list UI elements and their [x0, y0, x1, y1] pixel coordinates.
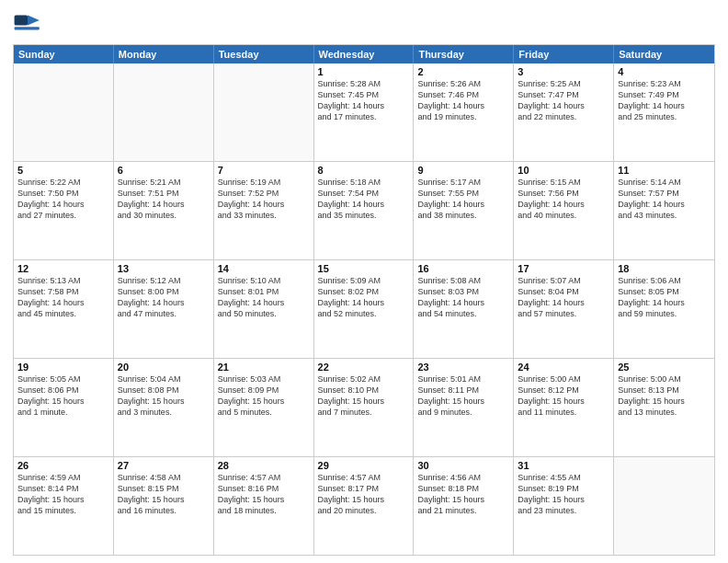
calendar: SundayMondayTuesdayWednesdayThursdayFrid…	[13, 44, 715, 556]
svg-marker-1	[28, 15, 40, 25]
cell-info-line: Sunrise: 5:25 AM	[518, 78, 609, 89]
svg-rect-2	[15, 27, 40, 29]
day-number: 3	[518, 66, 609, 77]
cell-info-line: Sunset: 8:10 PM	[318, 385, 410, 396]
cell-info-line: Daylight: 14 hours	[618, 297, 711, 308]
day-number: 25	[618, 362, 711, 373]
calendar-cell: 26Sunrise: 4:59 AMSunset: 8:14 PMDayligh…	[14, 457, 114, 555]
cell-info-line: Daylight: 14 hours	[618, 100, 711, 111]
cell-info-line: Sunset: 8:05 PM	[618, 286, 711, 297]
cell-info-line: and 45 minutes.	[17, 308, 109, 319]
calendar-cell: 16Sunrise: 5:08 AMSunset: 8:03 PMDayligh…	[414, 260, 514, 358]
day-number: 10	[518, 165, 609, 176]
cell-info-line: Sunrise: 4:58 AM	[118, 472, 210, 483]
calendar-cell: 13Sunrise: 5:12 AMSunset: 8:00 PMDayligh…	[114, 260, 214, 358]
cell-info-line: Sunset: 8:08 PM	[118, 385, 210, 396]
cell-info-line: Sunrise: 5:03 AM	[218, 373, 310, 385]
calendar-cell: 21Sunrise: 5:03 AMSunset: 8:09 PMDayligh…	[214, 359, 314, 456]
cell-info-line: Sunrise: 5:09 AM	[318, 275, 410, 286]
day-number: 29	[318, 460, 410, 471]
cell-info-line: Sunrise: 5:04 AM	[118, 373, 210, 385]
header-day-saturday: Saturday	[614, 45, 714, 63]
calendar-week-5: 26Sunrise: 4:59 AMSunset: 8:14 PMDayligh…	[14, 456, 714, 555]
calendar-cell	[614, 457, 714, 555]
cell-info-line: Daylight: 14 hours	[417, 297, 509, 308]
day-number: 19	[17, 362, 109, 373]
logo	[13, 9, 45, 39]
cell-info-line: Sunset: 8:12 PM	[518, 385, 609, 396]
calendar-cell	[14, 63, 114, 161]
cell-info-line: Daylight: 14 hours	[218, 297, 310, 308]
cell-info-line: Daylight: 14 hours	[518, 297, 609, 308]
cell-info-line: Sunset: 7:47 PM	[518, 89, 609, 100]
calendar-cell: 2Sunrise: 5:26 AMSunset: 7:46 PMDaylight…	[414, 63, 514, 161]
day-number: 11	[618, 165, 711, 176]
calendar-cell: 25Sunrise: 5:00 AMSunset: 8:13 PMDayligh…	[614, 359, 714, 456]
cell-info-line: Sunrise: 5:15 AM	[518, 177, 609, 188]
cell-info-line: Sunset: 8:02 PM	[318, 286, 410, 297]
day-number: 28	[218, 460, 310, 471]
calendar-cell: 19Sunrise: 5:05 AMSunset: 8:06 PMDayligh…	[14, 359, 114, 456]
cell-info-line: Daylight: 15 hours	[618, 396, 711, 407]
cell-info-line: Daylight: 14 hours	[318, 297, 410, 308]
calendar-week-1: 1Sunrise: 5:28 AMSunset: 7:45 PMDaylight…	[14, 63, 714, 161]
day-number: 27	[118, 460, 210, 471]
cell-info-line: Sunrise: 5:19 AM	[218, 177, 310, 188]
day-number: 8	[318, 165, 410, 176]
cell-info-line: Sunrise: 5:10 AM	[218, 275, 310, 286]
cell-info-line: Sunrise: 5:00 AM	[618, 373, 711, 385]
cell-info-line: and 20 minutes.	[318, 505, 410, 516]
cell-info-line: Daylight: 15 hours	[318, 494, 410, 505]
cell-info-line: Sunset: 8:06 PM	[17, 385, 109, 396]
day-number: 30	[417, 460, 509, 471]
calendar-week-3: 12Sunrise: 5:13 AMSunset: 7:58 PMDayligh…	[14, 259, 714, 358]
cell-info-line: Sunrise: 4:59 AM	[17, 472, 109, 483]
cell-info-line: and 38 minutes.	[417, 210, 509, 221]
cell-info-line: Sunset: 8:17 PM	[318, 483, 410, 494]
cell-info-line: and 3 minutes.	[118, 407, 210, 418]
cell-info-line: and 25 minutes.	[618, 111, 711, 122]
calendar-cell: 11Sunrise: 5:14 AMSunset: 7:57 PMDayligh…	[614, 162, 714, 259]
calendar-cell: 29Sunrise: 4:57 AMSunset: 8:17 PMDayligh…	[314, 457, 415, 555]
day-number: 22	[318, 362, 410, 373]
header-day-thursday: Thursday	[414, 45, 514, 63]
cell-info-line: and 23 minutes.	[518, 505, 609, 516]
cell-info-line: Daylight: 15 hours	[17, 494, 109, 505]
cell-info-line: and 5 minutes.	[218, 407, 310, 418]
calendar-cell: 17Sunrise: 5:07 AMSunset: 8:04 PMDayligh…	[514, 260, 614, 358]
cell-info-line: Sunrise: 5:26 AM	[417, 78, 509, 89]
cell-info-line: and 30 minutes.	[118, 210, 210, 221]
calendar-cell: 5Sunrise: 5:22 AMSunset: 7:50 PMDaylight…	[14, 162, 114, 259]
cell-info-line: Sunset: 8:04 PM	[518, 286, 609, 297]
cell-info-line: Sunrise: 5:23 AM	[618, 78, 711, 89]
calendar-cell: 12Sunrise: 5:13 AMSunset: 7:58 PMDayligh…	[14, 260, 114, 358]
cell-info-line: Sunset: 7:56 PM	[518, 188, 609, 199]
cell-info-line: Sunrise: 5:22 AM	[17, 177, 109, 188]
day-number: 13	[118, 263, 210, 274]
cell-info-line: Sunrise: 4:57 AM	[318, 472, 410, 483]
cell-info-line: Sunset: 7:50 PM	[17, 188, 109, 199]
cell-info-line: Daylight: 15 hours	[218, 494, 310, 505]
header-day-friday: Friday	[514, 45, 614, 63]
cell-info-line: Sunrise: 5:17 AM	[417, 177, 509, 188]
day-number: 12	[17, 263, 109, 274]
cell-info-line: Daylight: 15 hours	[518, 494, 609, 505]
calendar-cell	[114, 63, 214, 161]
cell-info-line: Daylight: 14 hours	[417, 199, 509, 210]
cell-info-line: Daylight: 15 hours	[417, 494, 509, 505]
cell-info-line: Sunset: 7:55 PM	[417, 188, 509, 199]
cell-info-line: and 11 minutes.	[518, 407, 609, 418]
calendar-cell: 28Sunrise: 4:57 AMSunset: 8:16 PMDayligh…	[214, 457, 314, 555]
day-number: 16	[417, 263, 509, 274]
cell-info-line: Sunset: 8:18 PM	[417, 483, 509, 494]
cell-info-line: and 57 minutes.	[518, 308, 609, 319]
calendar-header: SundayMondayTuesdayWednesdayThursdayFrid…	[14, 45, 714, 63]
cell-info-line: and 52 minutes.	[318, 308, 410, 319]
day-number: 31	[518, 460, 609, 471]
cell-info-line: and 43 minutes.	[618, 210, 711, 221]
cell-info-line: and 17 minutes.	[318, 111, 410, 122]
page: SundayMondayTuesdayWednesdayThursdayFrid…	[0, 0, 728, 563]
cell-info-line: Sunset: 8:03 PM	[417, 286, 509, 297]
calendar-cell: 14Sunrise: 5:10 AMSunset: 8:01 PMDayligh…	[214, 260, 314, 358]
cell-info-line: Daylight: 14 hours	[118, 199, 210, 210]
